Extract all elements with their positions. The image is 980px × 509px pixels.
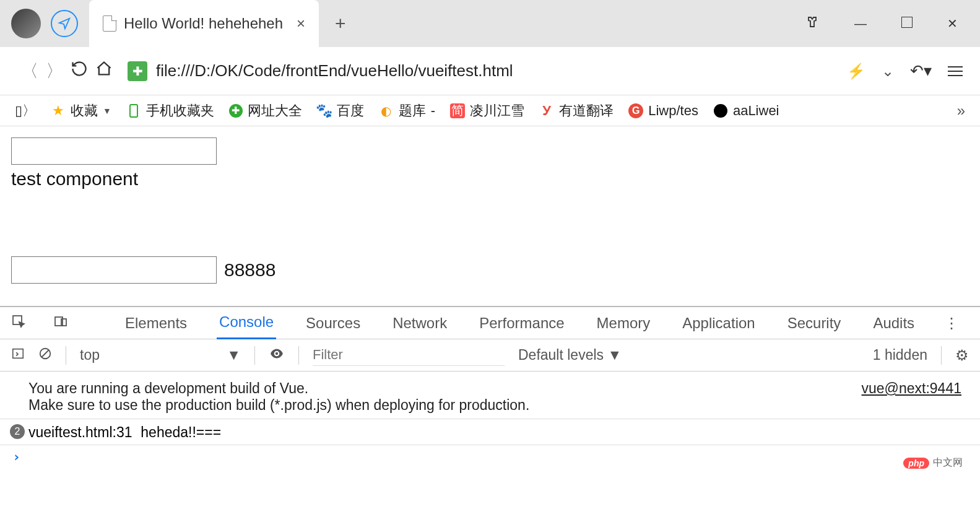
reload-button[interactable] [67, 60, 92, 82]
console-toolbar: top▼ Default levels ▼ 1 hidden ⚙ [0, 339, 980, 372]
window-controls: — ✕ [805, 15, 980, 33]
tiku-icon: ◐ [379, 103, 394, 118]
console-line: Make sure to use the production build (*… [28, 397, 968, 414]
close-window-button[interactable]: ✕ [947, 16, 958, 31]
browser-titlebar: Hello World! heheheheh × + — ✕ [0, 0, 980, 47]
wardrobe-icon[interactable] [805, 15, 820, 33]
console-filter-input[interactable] [313, 345, 505, 366]
devtools-panel: Elements Console Sources Network Perform… [0, 306, 980, 468]
menu-button[interactable] [948, 66, 963, 76]
github-icon [713, 103, 728, 118]
clear-console-icon[interactable] [38, 347, 52, 364]
sidebar-toggle-icon[interactable]: ▯〉 [15, 102, 36, 120]
bookmark-mobile[interactable]: 手机收藏夹 [126, 102, 214, 120]
console-message-log: 2 vueiftest.html:31 heheda!!=== [0, 419, 980, 445]
bookmark-label: Liwp/tes [648, 103, 698, 119]
youdao-icon: У [539, 103, 554, 118]
console-prompt[interactable]: › [0, 445, 980, 468]
jian-icon: 简 [450, 103, 465, 118]
console-settings-icon[interactable]: ⚙ [955, 347, 969, 364]
bookmark-label: 手机收藏夹 [146, 102, 214, 120]
navigation-icon[interactable] [51, 10, 78, 37]
star-icon: ★ [51, 103, 66, 118]
new-tab-button[interactable]: + [335, 13, 346, 34]
tab-network[interactable]: Network [390, 307, 449, 339]
undo-button[interactable]: ↶▾ [910, 61, 932, 80]
console-source-link[interactable]: vueiftest.html:31 [28, 424, 132, 440]
browser-tab[interactable]: Hello World! heheheheh × [89, 0, 319, 47]
url-dropdown-icon[interactable]: ⌄ [882, 63, 894, 80]
live-expression-icon[interactable] [269, 346, 285, 365]
tab-elements[interactable]: Elements [123, 307, 189, 339]
inspect-element-icon[interactable] [11, 314, 26, 333]
devtools-menu-icon[interactable]: ⋮ [944, 315, 959, 332]
repeat-count-badge: 2 [10, 424, 25, 439]
tab-performance[interactable]: Performance [477, 307, 566, 339]
phone-icon [126, 103, 141, 118]
execution-context-selector[interactable]: top▼ [80, 347, 241, 363]
bookmark-wangzhi[interactable]: ✚网址大全 [229, 102, 302, 120]
bookmark-label: 百度 [337, 102, 364, 120]
home-button[interactable] [92, 60, 116, 82]
tab-close-button[interactable]: × [297, 15, 305, 32]
tab-audits[interactable]: Audits [870, 307, 917, 339]
bookmark-label: 凌川江雪 [470, 102, 524, 120]
svg-point-5 [275, 352, 278, 354]
tab-console[interactable]: Console [217, 307, 276, 339]
console-sidebar-toggle-icon[interactable] [11, 347, 25, 364]
bookmark-lingchuan[interactable]: 简凌川江雪 [450, 102, 524, 120]
forward-button[interactable]: 〉 [42, 59, 67, 83]
address-bar: 〈 〉 ✚ file:///D:/OK/Code/frontEnd/vueHel… [0, 47, 980, 95]
site-icon: ✚ [229, 104, 243, 118]
bookmark-label: aaLiwei [733, 103, 779, 119]
tab-application[interactable]: Application [680, 307, 757, 339]
component-text: test component [11, 168, 969, 189]
bookmark-tiku[interactable]: ◐题库 - [379, 102, 435, 120]
more-bookmarks-button[interactable]: » [957, 102, 965, 120]
bookmark-youdao[interactable]: У有道翻译 [539, 102, 614, 120]
watermark: php 中文网 [903, 456, 963, 469]
security-shield-icon[interactable]: ✚ [128, 61, 147, 81]
console-line: You are running a development build of V… [28, 380, 968, 397]
bookmark-label: 收藏 [71, 102, 98, 120]
bookmark-label: 题库 [399, 102, 426, 120]
minimize-button[interactable]: — [854, 17, 867, 31]
hidden-messages-label[interactable]: 1 hidden [873, 347, 927, 363]
url-text[interactable]: file:///D:/OK/Code/frontEnd/vueHello/vue… [156, 61, 847, 80]
console-message-info: vue@next:9441 You are running a developm… [0, 372, 980, 419]
device-toolbar-icon[interactable] [53, 314, 68, 333]
tab-title: Hello World! heheheheh [124, 15, 283, 32]
value-text: 88888 [224, 259, 275, 281]
file-icon [103, 15, 116, 32]
bookmark-favorites[interactable]: ★收藏 ▼ [51, 102, 111, 120]
bookmarks-bar: ▯〉 ★收藏 ▼ 手机收藏夹 ✚网址大全 🐾百度 ◐题库 - 简凌川江雪 У有道… [0, 95, 980, 126]
log-levels-selector[interactable]: Default levels ▼ [518, 347, 622, 363]
console-line: heheda!!=== [141, 424, 221, 440]
bookmark-aaliwei[interactable]: aaLiwei [713, 103, 779, 119]
bookmark-label: 网址大全 [248, 102, 302, 120]
profile-avatar[interactable] [11, 9, 41, 38]
page-viewport[interactable]: test component 88888 [0, 126, 980, 306]
bookmark-liwp[interactable]: GLiwp/tes [628, 103, 698, 119]
input-field-2[interactable] [11, 256, 217, 284]
tab-memory[interactable]: Memory [594, 307, 653, 339]
input-field-1[interactable] [11, 137, 217, 165]
php-badge: php [903, 458, 929, 469]
watermark-text: 中文网 [933, 456, 963, 469]
baidu-icon: 🐾 [317, 103, 332, 118]
maximize-button[interactable] [901, 17, 913, 31]
devtools-tabs: Elements Console Sources Network Perform… [0, 307, 980, 339]
tab-security[interactable]: Security [785, 307, 844, 339]
bookmark-label: 有道翻译 [559, 102, 614, 120]
tab-sources[interactable]: Sources [303, 307, 363, 339]
back-button[interactable]: 〈 [17, 59, 42, 83]
console-source-link[interactable]: vue@next:9441 [862, 380, 961, 397]
bookmark-baidu[interactable]: 🐾百度 [317, 102, 364, 120]
fast-mode-icon[interactable]: ⚡ [847, 63, 865, 80]
context-label: top [80, 347, 100, 363]
liwp-icon: G [628, 103, 643, 118]
